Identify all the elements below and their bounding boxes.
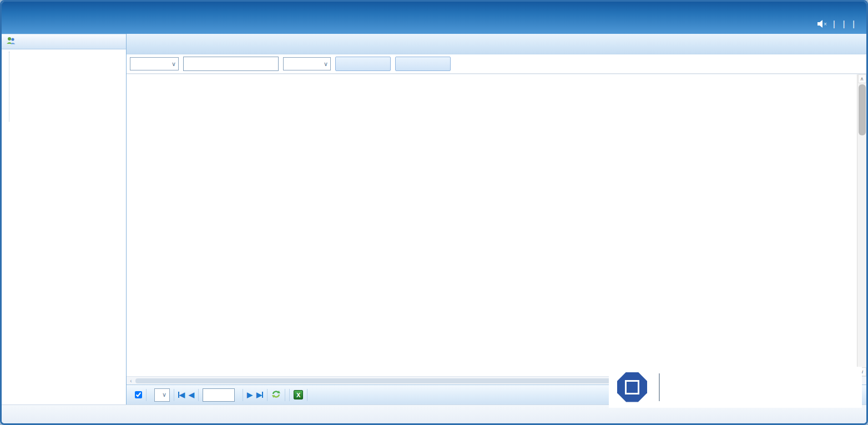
- refresh-icon[interactable]: [271, 389, 281, 401]
- divider: |: [833, 19, 835, 28]
- main-panel: ∨ ∨ ∧: [127, 34, 866, 404]
- next-page-button[interactable]: ▶: [247, 391, 253, 399]
- category-select[interactable]: ∨: [130, 57, 179, 70]
- page-number-input[interactable]: [203, 388, 235, 402]
- users-icon: [6, 37, 16, 47]
- header-right: × | | |: [809, 19, 859, 31]
- chevron-down-icon: ∨: [162, 391, 166, 398]
- keyword-input[interactable]: [183, 57, 279, 71]
- logo-octagon-icon: [617, 372, 647, 402]
- prev-page-button[interactable]: ◀: [189, 391, 194, 399]
- divider: |: [843, 19, 845, 28]
- divider: |: [852, 19, 855, 28]
- logo-divider: [659, 373, 660, 401]
- vertical-scroll-thumb[interactable]: [859, 84, 866, 135]
- scroll-up-icon[interactable]: ∧: [858, 74, 866, 83]
- app-window: × | | |: [0, 0, 868, 425]
- scroll-left-icon[interactable]: ‹: [127, 378, 135, 384]
- sidebar: [2, 34, 127, 404]
- chevron-down-icon: ∨: [324, 60, 328, 68]
- paginate-checkbox[interactable]: [135, 391, 142, 398]
- last-page-button[interactable]: ▶: [256, 391, 263, 399]
- per-page-select[interactable]: ∨: [154, 388, 170, 402]
- search-button[interactable]: [335, 57, 391, 71]
- reset-button[interactable]: [395, 57, 451, 71]
- brand-logo: [609, 367, 862, 408]
- vertical-scrollbar[interactable]: ∧ ∨: [857, 74, 866, 376]
- sidebar-menu-header[interactable]: [2, 34, 126, 49]
- svg-text:×: ×: [824, 21, 827, 27]
- chevron-down-icon: ∨: [171, 60, 176, 68]
- export-excel-icon[interactable]: X: [294, 390, 303, 399]
- header-bar: × | | |: [2, 2, 866, 34]
- table-area: ∧ ∨: [127, 74, 866, 376]
- sidebar-tree: [2, 49, 126, 404]
- speaker-mute-icon[interactable]: ×: [817, 19, 829, 28]
- first-page-button[interactable]: ◀: [178, 391, 185, 399]
- filter-bar: ∨ ∨: [127, 54, 866, 74]
- card-status-select[interactable]: ∨: [283, 57, 331, 70]
- tab-bar: [127, 34, 866, 54]
